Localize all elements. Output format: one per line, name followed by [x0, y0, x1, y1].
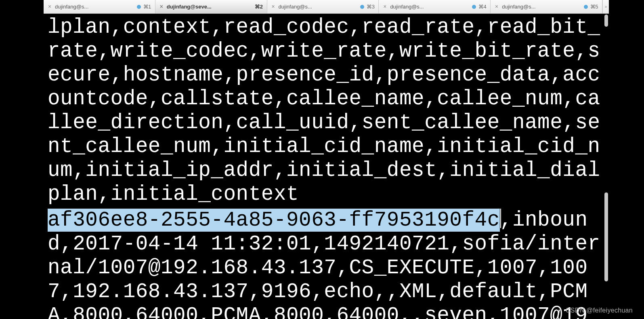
unsaved-dot-icon — [472, 5, 476, 9]
unsaved-dot-icon — [137, 5, 141, 9]
app-window: × dujinfang@s... ⌘1 × dujinfang@seve... … — [44, 0, 609, 319]
close-icon[interactable]: × — [382, 4, 388, 10]
close-icon[interactable]: × — [271, 4, 276, 10]
tab-2[interactable]: × dujinfang@seve... ⌘2 — [155, 0, 267, 13]
tab-5[interactable]: × dujinfang@s... ⌘5 — [491, 0, 602, 13]
text-cursor-icon — [500, 209, 501, 228]
tab-label: dujinfang@s... — [502, 4, 581, 10]
terminal-text-pre: lplan,context,read_codec,read_rate,read_… — [48, 16, 600, 206]
scrollbar-thumb[interactable] — [604, 192, 608, 281]
tab-1[interactable]: × dujinfang@s... ⌘1 — [44, 0, 155, 13]
tab-overflow-button[interactable]: » — [602, 0, 609, 13]
close-icon[interactable]: × — [159, 4, 164, 10]
watermark-text: CSDN @feifeiyechuan — [566, 307, 633, 314]
tab-label: dujinfang@s... — [390, 4, 470, 10]
tab-shortcut: ⌘1 — [143, 4, 151, 10]
unsaved-dot-icon — [584, 5, 588, 9]
vertical-scrollbar[interactable] — [603, 15, 609, 318]
tab-4[interactable]: × dujinfang@s... ⌘4 — [379, 0, 491, 13]
tab-label: dujinfang@s... — [279, 4, 358, 10]
close-icon[interactable]: × — [494, 4, 499, 10]
left-margin — [0, 0, 44, 319]
tab-label: dujinfang@seve... — [167, 4, 253, 10]
tab-3[interactable]: × dujinfang@s... ⌘3 — [267, 0, 379, 13]
close-icon[interactable]: × — [47, 4, 52, 10]
tab-shortcut: ⌘2 — [255, 4, 262, 10]
tab-shortcut: ⌘3 — [367, 4, 374, 10]
unsaved-dot-icon — [360, 5, 364, 9]
tab-label: dujinfang@s... — [55, 4, 134, 10]
tab-shortcut: ⌘5 — [590, 4, 598, 10]
terminal-selection: af306ee8-2555-4a85-9063-ff7953190f4c — [48, 209, 500, 232]
tab-shortcut: ⌘4 — [478, 4, 486, 10]
scrollbar-track-marker — [604, 15, 608, 27]
tab-bar: × dujinfang@s... ⌘1 × dujinfang@seve... … — [44, 0, 609, 14]
terminal-output[interactable]: lplan,context,read_codec,read_rate,read_… — [44, 14, 609, 319]
